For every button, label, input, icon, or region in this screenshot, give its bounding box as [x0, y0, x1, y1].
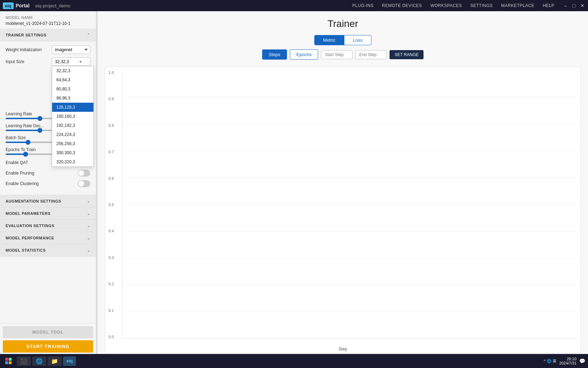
- model-performance-header[interactable]: MODEL PERFORMANCE ⌄: [0, 232, 96, 244]
- model-name-value: mobilenet_v1-2024-07-31T12-10-1: [6, 21, 90, 26]
- taskbar-explorer[interactable]: 📁: [48, 356, 62, 366]
- enable-pruning-toggle[interactable]: [78, 170, 90, 177]
- y-label-07: 0.7: [108, 150, 114, 154]
- windows-logo-icon: [5, 358, 12, 364]
- app-logo: eiq Portal: [3, 2, 29, 9]
- evaluation-settings-title: EVALUATION SETTINGS: [6, 224, 54, 228]
- trainer-settings-header[interactable]: TRAINER SETTINGS ⌃: [0, 29, 96, 41]
- titlebar-nav: PLUG-INS REMOTE DEVICES WORKSPACES SETTI…: [352, 3, 554, 8]
- steps-button[interactable]: Steps: [262, 49, 287, 60]
- y-axis: 1.0 0.9 0.8 0.7 0.6 0.5 0.4 0.3 0.2 0.1 …: [108, 70, 114, 339]
- svg-rect-14: [9, 361, 12, 364]
- weight-init-label: Weight Initialization: [6, 47, 42, 52]
- main-layout: Model Name mobilenet_v1-2024-07-31T12-10…: [0, 11, 588, 368]
- input-size-row: Input Size 32,32,3 ▼ 32,32,3 64,64,3 80,…: [6, 57, 90, 66]
- trainer-settings-title: TRAINER SETTINGS: [6, 33, 47, 37]
- trainer-title: Trainer: [105, 18, 581, 29]
- chart-tabs: Metric Loss: [105, 35, 581, 45]
- dropdown-item-7[interactable]: 224,224,3: [52, 130, 93, 139]
- notification-icon[interactable]: 💬: [579, 358, 585, 364]
- augmentation-settings-title: AUGMENTATION SETTINGS: [6, 199, 61, 203]
- dropdown-item-9[interactable]: 300,300,3: [52, 148, 93, 157]
- dropdown-item-2[interactable]: 80,80,3: [52, 84, 93, 94]
- y-label-00: 0.0: [108, 335, 114, 339]
- dropdown-item-10[interactable]: 320,320,3: [52, 157, 93, 166]
- chart-area: 1.0 0.9 0.8 0.7 0.6 0.5 0.4 0.3 0.2 0.1 …: [105, 67, 581, 353]
- dropdown-item-0[interactable]: 32,32,3: [52, 66, 93, 75]
- nav-marketplace[interactable]: MARKETPLACE: [501, 3, 534, 8]
- nav-remote-devices[interactable]: REMOTE DEVICES: [382, 3, 422, 8]
- eiq-app-icon: eiq: [66, 359, 72, 363]
- close-button[interactable]: ✕: [580, 3, 585, 8]
- portal-label: Portal: [16, 3, 30, 8]
- window-controls: – □ ✕: [563, 3, 585, 8]
- input-size-wrapper: 32,32,3 ▼ 32,32,3 64,64,3 80,80,3 96,96,…: [52, 57, 90, 66]
- start-menu-button[interactable]: [3, 355, 14, 367]
- x-axis-label: Step: [338, 347, 347, 352]
- taskbar-edge[interactable]: 🌐: [32, 356, 46, 366]
- nav-plugins[interactable]: PLUG-INS: [352, 3, 374, 8]
- dropdown-item-3[interactable]: 96,96,3: [52, 94, 93, 103]
- nav-workspaces[interactable]: WORKSPACES: [430, 3, 462, 8]
- dropdown-item-6[interactable]: 192,192,3: [52, 121, 93, 130]
- weight-init-row: Weight Initialization imagenet: [6, 46, 90, 54]
- model-performance-chevron-icon: ⌄: [87, 236, 90, 240]
- set-range-button[interactable]: SET RANGE: [390, 50, 424, 59]
- taskbar-items: ⬛ 🌐 📁 eiq: [17, 356, 544, 366]
- project-name: eiq-project_demo: [35, 3, 70, 8]
- input-size-label: Input Size: [6, 59, 24, 64]
- dropdown-item-1[interactable]: 64,64,3: [52, 75, 93, 84]
- model-parameters-header[interactable]: MODEL PARAMETERS ⌄: [0, 207, 96, 220]
- input-size-value: 32,32,3: [55, 59, 69, 64]
- y-label-02: 0.2: [108, 282, 114, 286]
- model-tool-button[interactable]: MODEL TOOL: [3, 326, 93, 338]
- evaluation-settings-chevron-icon: ⌄: [87, 223, 90, 228]
- metric-tab[interactable]: Metric: [314, 35, 344, 45]
- svg-rect-13: [5, 361, 8, 364]
- augmentation-settings-header[interactable]: AUGMENTATION SETTINGS ⌄: [0, 195, 96, 207]
- model-name-label: Model Name: [6, 15, 90, 20]
- trainer-settings-content: Weight Initialization imagenet Input Siz…: [0, 41, 96, 195]
- model-statistics-header[interactable]: MODEL STATISTICS ⌄: [0, 244, 96, 257]
- nav-settings[interactable]: SETTINGS: [470, 3, 493, 8]
- titlebar: eiq Portal eiq-project_demo PLUG-INS REM…: [0, 0, 588, 11]
- enable-clustering-label: Enable Clustering: [6, 181, 39, 186]
- model-parameters-chevron-icon: ⌄: [87, 211, 90, 216]
- dropdown-item-8[interactable]: 256,256,3: [52, 139, 93, 148]
- weight-init-select[interactable]: imagenet: [52, 46, 90, 54]
- y-label-08: 0.8: [108, 123, 114, 128]
- edge-icon: 🌐: [36, 358, 43, 364]
- y-label-01: 0.1: [108, 308, 114, 313]
- enable-clustering-toggle[interactable]: [78, 180, 90, 187]
- nav-help[interactable]: HELP: [543, 3, 554, 8]
- step-controls: Steps Epochs SET RANGE: [105, 49, 581, 60]
- dropdown-item-4[interactable]: 128,128,3: [52, 103, 93, 112]
- taskbar-tray: ^ 🌐 英 20:10 2024/7/31 💬: [544, 357, 585, 365]
- clock-date: 2024/7/31: [559, 361, 576, 365]
- epochs-button[interactable]: Epochs: [290, 49, 318, 60]
- enable-pruning-label: Enable Pruning: [6, 171, 34, 176]
- dropdown-item-5[interactable]: 160,160,3: [52, 112, 93, 121]
- input-size-select[interactable]: 32,32,3 ▼: [52, 57, 90, 66]
- clock-time: 20:10: [559, 357, 576, 361]
- enable-pruning-row: Enable Pruning: [6, 170, 90, 177]
- minimize-button[interactable]: –: [563, 3, 568, 8]
- maximize-button[interactable]: □: [571, 3, 577, 8]
- trainer-settings-chevron-icon: ⌃: [87, 33, 90, 38]
- enable-clustering-row: Enable Clustering: [6, 180, 90, 187]
- loss-tab[interactable]: Loss: [344, 35, 371, 45]
- start-training-button[interactable]: START TRAINING: [3, 340, 93, 353]
- y-label-09: 0.9: [108, 97, 114, 101]
- sidebar: Model Name mobilenet_v1-2024-07-31T12-10…: [0, 11, 96, 368]
- start-step-input[interactable]: [321, 50, 352, 59]
- evaluation-settings-header[interactable]: EVALUATION SETTINGS ⌄: [0, 220, 96, 232]
- model-name-section: Model Name mobilenet_v1-2024-07-31T12-10…: [0, 11, 96, 29]
- augmentation-settings-chevron-icon: ⌄: [87, 199, 90, 204]
- explorer-icon: 📁: [51, 358, 58, 364]
- taskbar-taskview[interactable]: ⬛: [17, 356, 31, 366]
- y-label-10: 1.0: [108, 70, 114, 75]
- end-step-input[interactable]: [355, 50, 387, 59]
- model-statistics-chevron-icon: ⌄: [87, 248, 90, 253]
- logo-text: eiq: [3, 2, 14, 9]
- taskbar-eiq[interactable]: eiq: [63, 356, 76, 366]
